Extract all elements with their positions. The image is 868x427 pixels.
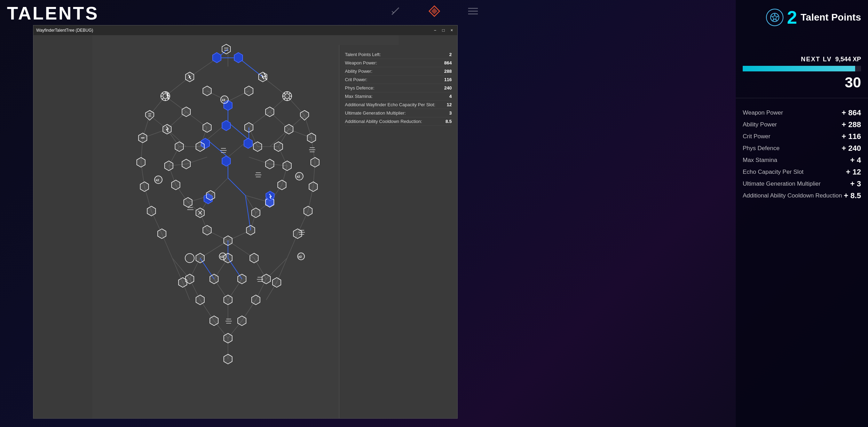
stat-label: Additional Ability Cooldown Reduction	[743, 192, 842, 199]
level-number: 30	[743, 74, 861, 91]
minimize-button[interactable]: −	[432, 28, 438, 33]
svg-marker-224	[182, 159, 190, 169]
window-titlebar: WayfinderTalentTree (DEBUG) − □ ×	[33, 25, 457, 35]
svg-marker-204	[224, 333, 232, 343]
stat-row: Phys Defence+ 240	[743, 142, 861, 154]
svg-marker-219	[245, 86, 253, 96]
svg-text:x2: x2	[222, 98, 225, 102]
stats-panel-label: Ultimate Generation Multiplier:	[345, 110, 406, 116]
svg-marker-189	[250, 253, 258, 263]
stats-panel-label: Crit Power:	[345, 77, 367, 82]
svg-marker-163	[140, 182, 149, 192]
window-title: WayfinderTalentTree (DEBUG)	[36, 28, 93, 33]
svg-marker-201	[252, 295, 260, 305]
svg-marker-203	[238, 316, 246, 326]
stat-value: + 8.5	[844, 191, 861, 200]
stats-panel-value: 3	[449, 110, 452, 116]
stats-panel-row: Ability Power:288	[345, 67, 452, 76]
stats-panel-label: Additional Wayfinder Echo Capacity Per S…	[345, 102, 435, 107]
svg-text:x2: x2	[220, 255, 223, 258]
stats-panel-row: Weapon Power:864	[345, 59, 452, 67]
stat-label: Crit Power	[743, 133, 770, 140]
svg-marker-183	[252, 208, 260, 218]
close-button[interactable]: ×	[449, 28, 455, 33]
stats-panel-value: 8.5	[445, 119, 452, 124]
talent-canvas: x2 x2 x2	[33, 35, 457, 418]
svg-marker-206	[175, 142, 183, 152]
stats-panel-row: Phys Defence:240	[345, 84, 452, 92]
svg-marker-120	[234, 53, 243, 63]
svg-marker-225	[266, 159, 274, 169]
svg-marker-188	[196, 253, 204, 263]
svg-marker-185	[246, 225, 255, 235]
stat-label: Weapon Power	[743, 109, 783, 116]
stat-row: Echo Capacity Per Slot+ 12	[743, 166, 861, 178]
stats-panel-label: Phys Defence:	[345, 85, 374, 91]
stats-panel-row: Additional Ability Cooldown Reduction:8.…	[345, 117, 452, 126]
svg-marker-173	[266, 107, 274, 117]
stat-value: + 12	[846, 168, 861, 177]
stats-panel-value: 4	[449, 94, 452, 99]
nav-icon-menu[interactable]	[468, 7, 478, 15]
svg-line-0	[392, 8, 399, 15]
stat-value: + 116	[842, 132, 861, 141]
nav-icon-diamond[interactable]	[428, 5, 440, 17]
svg-marker-222	[196, 142, 204, 152]
stat-label: Max Stamina	[743, 157, 777, 164]
stat-row: Additional Ability Cooldown Reduction+ 8…	[743, 190, 861, 202]
stat-row: Weapon Power+ 864	[743, 107, 861, 119]
svg-marker-202	[210, 316, 218, 326]
svg-text:x2: x2	[297, 175, 300, 178]
stat-label: Ability Power	[743, 121, 777, 128]
stat-value: + 288	[842, 120, 861, 129]
right-stats-section: Weapon Power+ 864Ability Power+ 288Crit …	[736, 103, 868, 205]
stats-panel-row: Additional Wayfinder Echo Capacity Per S…	[345, 101, 452, 109]
stat-value: + 3	[850, 179, 861, 188]
stat-row: Crit Power+ 116	[743, 131, 861, 142]
svg-marker-119	[213, 53, 221, 63]
xp-value: 9,544 XP	[835, 56, 861, 63]
svg-marker-211	[278, 180, 286, 190]
svg-marker-208	[165, 161, 173, 171]
stats-panel-row: Crit Power:116	[345, 76, 452, 84]
svg-marker-166	[304, 206, 312, 216]
svg-marker-199	[196, 295, 204, 305]
stat-label: Ultimate Generation Multiplier	[743, 180, 821, 187]
stats-panel-row: Talent Points Left:2	[345, 51, 452, 59]
next-lv-label: NEXT LV	[801, 56, 832, 63]
stats-panel-value: 288	[444, 69, 452, 74]
svg-marker-194	[262, 274, 270, 284]
svg-marker-165	[147, 206, 156, 216]
svg-marker-172	[182, 107, 190, 117]
window-controls: − □ ×	[432, 28, 455, 33]
svg-marker-221	[245, 123, 253, 132]
svg-marker-218	[203, 86, 211, 96]
stats-panel-value: 864	[444, 60, 452, 65]
svg-marker-160	[307, 133, 316, 143]
svg-marker-184	[203, 225, 211, 235]
stats-panel-label: Additional Ability Cooldown Reduction:	[345, 119, 422, 124]
stats-panel: Talent Points Left:2Weapon Power:864Abil…	[339, 45, 457, 418]
maximize-button[interactable]: □	[441, 28, 446, 33]
right-stats-panel: NEXT LV 9,544 XP 30 Weapon Power+ 864Abi…	[736, 0, 868, 427]
svg-marker-210	[172, 180, 180, 190]
xp-bar-fill	[743, 66, 855, 71]
stat-value: + 240	[842, 144, 861, 153]
stats-panel-label: Weapon Power:	[345, 60, 377, 65]
svg-marker-125	[222, 156, 230, 166]
stats-panel-label: Talent Points Left:	[345, 52, 381, 57]
stat-row: Ultimate Generation Multiplier+ 3	[743, 178, 861, 190]
svg-marker-8	[772, 14, 778, 21]
svg-point-187	[185, 254, 194, 263]
talent-points-number: 2	[787, 7, 797, 28]
nav-icon-sword[interactable]	[390, 6, 401, 16]
page-title: TALENTS	[7, 3, 99, 24]
stat-label: Phys Defence	[743, 145, 780, 152]
svg-marker-3	[431, 8, 437, 14]
talent-points-display: 2 Talent Points	[766, 7, 861, 28]
svg-marker-220	[203, 123, 211, 132]
svg-marker-162	[311, 157, 319, 167]
svg-marker-171	[285, 124, 293, 134]
svg-line-1	[392, 11, 394, 13]
center-navigation	[390, 5, 478, 17]
